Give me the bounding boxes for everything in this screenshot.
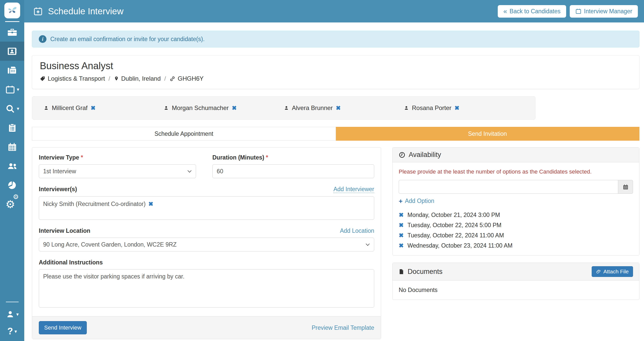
send-interview-button[interactable]: Send Interview — [39, 321, 87, 334]
sidebar-item-settings[interactable]: ⚙ ⚙ — [0, 195, 24, 214]
preview-email-template-link[interactable]: Preview Email Template — [312, 324, 374, 331]
interview-manager-button[interactable]: Interview Manager — [570, 5, 638, 18]
mode-tabs: Schedule Appointment Send Invitation — [32, 127, 639, 141]
right-column: Availability Please provide at the least… — [392, 147, 639, 300]
remove-candidate-icon[interactable]: ✖ — [336, 105, 341, 111]
interviewers-label: Interviewer(s) — [39, 186, 77, 193]
sidebar-item-tasks[interactable] — [0, 118, 24, 137]
no-documents-text: No Documents — [399, 287, 633, 294]
remove-option-icon[interactable]: ✖ — [399, 233, 404, 238]
user-icon — [164, 105, 169, 111]
sidebar-item-planner[interactable] — [0, 137, 24, 156]
required-asterisk: * — [81, 154, 83, 161]
sidebar-item-candidates[interactable] — [0, 42, 24, 61]
location-label-row: Interview Location Add Location — [39, 227, 374, 234]
sidebar-nav: ▾ ▾ — [0, 22, 24, 214]
additional-instructions-textarea[interactable]: Please use the visitor parking spaces if… — [39, 269, 374, 308]
butterfly-logo-icon — [7, 5, 18, 16]
chevron-down-icon: ▾ — [17, 106, 19, 112]
schedule-interview-page: Schedule Interview « Back to Candidates … — [0, 0, 644, 341]
sidebar-divider — [6, 302, 19, 302]
sidebar-item-phonebook[interactable] — [0, 61, 24, 80]
form-footer: Send Interview Preview Email Template — [32, 316, 381, 339]
tab-send-invitation[interactable]: Send Invitation — [336, 127, 640, 141]
add-interviewer-link[interactable]: Add Interviewer — [333, 186, 374, 193]
datepicker-addon[interactable] — [618, 180, 633, 194]
sidebar: ▾ ▾ — [0, 0, 24, 341]
sidebar-item-people[interactable] — [0, 156, 24, 176]
required-asterisk: * — [266, 154, 268, 161]
gears-icon: ⚙ ⚙ — [6, 199, 19, 210]
job-card: Business Analyst Logistics & Transport / — [32, 55, 639, 89]
availability-option: ✖ Monday, October 21, 2024 3:00 PM — [399, 212, 633, 218]
remove-option-icon[interactable]: ✖ — [399, 222, 404, 228]
info-alert-text: Create an email confirmation or invite f… — [50, 36, 205, 43]
tag-icon — [40, 76, 45, 81]
back-to-candidates-button[interactable]: « Back to Candidates — [498, 5, 566, 18]
remove-candidate-icon[interactable]: ✖ — [91, 105, 95, 111]
app-logo[interactable] — [4, 3, 20, 18]
availability-option: ✖ Tuesday, October 22, 2024 11:00 AM — [399, 232, 633, 239]
remove-option-icon[interactable]: ✖ — [399, 212, 404, 218]
remove-candidate-icon[interactable]: ✖ — [455, 105, 459, 111]
users-icon — [7, 161, 18, 172]
remove-interviewer-icon[interactable]: ✖ — [148, 201, 153, 207]
candidate-chip: Rosana Porter ✖ — [404, 104, 524, 112]
add-option-link[interactable]: + Add Option — [399, 198, 434, 204]
calendar-icon — [575, 8, 581, 14]
chevron-down-icon: ▾ — [17, 87, 19, 92]
remove-option-icon[interactable]: ✖ — [399, 243, 404, 249]
sidebar-item-jobs[interactable] — [0, 22, 24, 42]
plus-icon: + — [399, 198, 403, 204]
availability-option-text: Wednesday, October 23, 2024 11:00 AM — [407, 242, 513, 249]
main-content: i Create an email confirmation or invite… — [24, 22, 644, 341]
documents-title: Documents — [408, 268, 443, 276]
double-left-angle-icon: « — [503, 8, 507, 15]
meta-separator: / — [108, 75, 110, 82]
availability-options-list: ✖ Monday, October 21, 2024 3:00 PM ✖ Tue… — [399, 212, 633, 249]
sidebar-item-calendar[interactable]: ▾ — [0, 80, 24, 99]
user-icon — [404, 105, 409, 111]
job-title: Business Analyst — [40, 60, 631, 71]
documents-panel: Documents Attach File No Documents — [392, 263, 639, 300]
interview-type-label: Interview Type * — [39, 154, 196, 161]
interviewers-label-row: Interviewer(s) Add Interviewer — [39, 186, 374, 193]
add-location-link[interactable]: Add Location — [340, 227, 374, 234]
duration-input[interactable] — [212, 164, 374, 178]
interview-form-body: Interview Type * 1st Interview — [32, 148, 381, 316]
clipboard-icon — [7, 123, 17, 133]
availability-option-text: Tuesday, October 22, 2024 5:00 PM — [407, 222, 501, 229]
interview-location-select[interactable]: 90 Long Acre, Covent Garden, London, WC2… — [39, 238, 374, 251]
candidate-chip: Alvera Brunner ✖ — [284, 104, 404, 112]
chevron-down-icon: ▾ — [16, 311, 19, 317]
availability-option-text: Monday, October 21, 2024 3:00 PM — [407, 212, 500, 218]
selected-candidates-bar: Millicent Graf ✖ Morgan Schumacher ✖ Alv… — [32, 96, 536, 120]
calendar-grid-icon — [7, 142, 17, 152]
attach-file-button[interactable]: Attach File — [592, 266, 633, 277]
candidate-chip: Morgan Schumacher ✖ — [164, 104, 284, 112]
calendar-icon — [5, 84, 15, 95]
availability-option-text: Tuesday, October 22, 2024 11:00 AM — [407, 232, 504, 239]
availability-date-input[interactable] — [399, 180, 618, 194]
location-pin-icon — [114, 76, 119, 82]
briefcase-icon — [7, 27, 18, 38]
job-location: Dublin, Ireland — [114, 75, 161, 82]
candidate-name: Morgan Schumacher — [172, 104, 229, 112]
type-duration-row: Interview Type * 1st Interview — [39, 154, 374, 178]
user-icon — [284, 105, 289, 111]
sidebar-item-reports[interactable] — [0, 176, 24, 195]
tab-schedule-appointment[interactable]: Schedule Appointment — [32, 127, 336, 141]
interview-type-select[interactable]: 1st Interview — [39, 164, 196, 178]
content-columns: Interview Type * 1st Interview — [32, 147, 639, 339]
interviewers-box[interactable]: Nicky Smith (Recruitment Co-ordinator) ✖ — [39, 196, 374, 220]
top-header: Schedule Interview « Back to Candidates … — [0, 0, 644, 22]
remove-candidate-icon[interactable]: ✖ — [232, 105, 237, 111]
info-alert: i Create an email confirmation or invite… — [32, 31, 639, 47]
availability-panel: Availability Please provide at the least… — [392, 147, 639, 255]
availability-title: Availability — [409, 151, 441, 159]
sidebar-item-help[interactable]: ? ▾ — [0, 323, 24, 339]
availability-datepicker-group — [399, 180, 633, 194]
meta-separator: / — [164, 75, 166, 82]
sidebar-item-account[interactable]: ▾ — [0, 305, 24, 323]
sidebar-item-search[interactable]: ▾ — [0, 99, 24, 118]
